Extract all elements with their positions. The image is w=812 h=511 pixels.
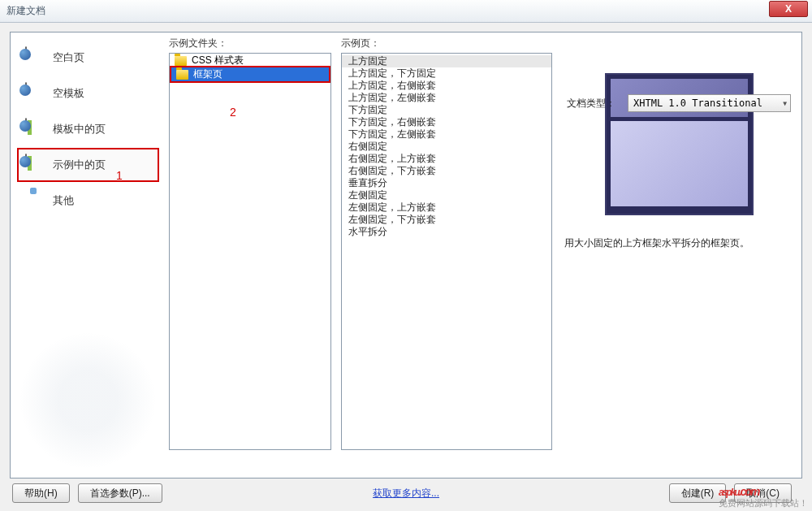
page-item[interactable]: 左侧固定，下方嵌套 — [342, 214, 551, 226]
category-label: 空模板 — [53, 86, 84, 101]
preview-panel: 用大小固定的上方框架水平拆分的框架页。 文档类型： XHTML 1.0 Tran… — [563, 37, 795, 254]
page-list: 上方固定 上方固定，下方固定 上方固定，右侧嵌套 上方固定，左侧嵌套 下方固定 … — [341, 53, 552, 450]
folder-column-label: 示例文件夹： — [169, 37, 331, 50]
folder-item-label: 框架页 — [193, 67, 222, 81]
title-bar: 新建文档 X — [0, 0, 812, 23]
page-item[interactable]: 右侧固定，下方嵌套 — [342, 165, 551, 177]
preview-description: 用大小固定的上方框架水平拆分的框架页。 — [563, 232, 795, 254]
annotation-2: 2 — [230, 106, 236, 119]
page-item[interactable]: 左侧固定 — [342, 189, 551, 201]
folder-list: CSS 样式表 框架页 — [169, 53, 331, 450]
page-item[interactable]: 下方固定，右侧嵌套 — [342, 116, 551, 128]
folder-item-label: CSS 样式表 — [192, 54, 244, 67]
category-other[interactable]: 其他 — [17, 184, 159, 218]
globe-watermark — [19, 331, 157, 470]
folder-icon — [176, 70, 188, 80]
page-item[interactable]: 上方固定，右侧嵌套 — [342, 80, 551, 92]
category-label: 模板中的页 — [53, 122, 106, 136]
category-panel: 空白页 空模板 模板中的页 示例中的页 其他 — [17, 41, 159, 219]
other-icon — [25, 190, 46, 211]
page-item[interactable]: 垂直拆分 — [342, 177, 551, 189]
help-button[interactable]: 帮助(H) — [12, 483, 70, 503]
page-item[interactable]: 上方固定，左侧嵌套 — [342, 92, 551, 104]
category-label: 其他 — [53, 193, 74, 208]
annotation-1: 1 — [116, 169, 123, 182]
page-item[interactable]: 下方固定 — [342, 104, 551, 116]
blank-page-icon — [25, 47, 46, 68]
page-item[interactable]: 左侧固定，上方嵌套 — [342, 201, 551, 214]
page-item[interactable]: 上方固定 — [342, 55, 551, 67]
page-item[interactable]: 右侧固定 — [342, 141, 551, 153]
page-item[interactable]: 上方固定，下方固定 — [342, 67, 551, 80]
sample-page-icon — [25, 154, 46, 175]
category-blank-template[interactable]: 空模板 — [17, 76, 159, 110]
page-item[interactable]: 右侧固定，上方嵌套 — [342, 153, 551, 165]
folder-item-frames[interactable]: 框架页 — [170, 66, 330, 83]
page-column-label: 示例页： — [341, 37, 552, 50]
category-label: 空白页 — [53, 50, 84, 65]
category-template-page[interactable]: 模板中的页 — [17, 112, 159, 146]
window-title: 新建文档 — [6, 4, 45, 18]
page-item[interactable]: 水平拆分 — [342, 226, 551, 238]
doctype-label: 文档类型： — [567, 97, 615, 110]
prefs-button[interactable]: 首选参数(P)... — [78, 483, 162, 503]
category-sample-page[interactable]: 示例中的页 — [17, 148, 159, 182]
dialog-content: 空白页 空模板 模板中的页 示例中的页 其他 1 示例文件夹： CSS 样式表 — [10, 32, 802, 479]
preview-frame-bottom — [610, 120, 749, 208]
cancel-button[interactable]: 取消(C) — [734, 483, 792, 503]
blank-template-icon — [25, 83, 46, 104]
page-section: 示例页： 上方固定 上方固定，下方固定 上方固定，右侧嵌套 上方固定，左侧嵌套 … — [341, 37, 552, 450]
category-blank-page[interactable]: 空白页 — [17, 41, 159, 75]
doctype-select[interactable]: XHTML 1.0 Transitional — [628, 94, 791, 112]
get-more-link[interactable]: 获取更多内容... — [373, 487, 439, 500]
create-button[interactable]: 创建(R) — [669, 483, 727, 503]
template-page-icon — [25, 119, 46, 140]
category-label: 示例中的页 — [53, 158, 106, 172]
button-bar: 帮助(H) 首选参数(P)... 获取更多内容... 创建(R) 取消(C) — [12, 482, 800, 505]
close-button[interactable]: X — [769, 1, 808, 17]
doctype-row: 文档类型： XHTML 1.0 Transitional — [567, 94, 791, 112]
page-item[interactable]: 下方固定，左侧嵌套 — [342, 128, 551, 141]
folder-icon — [175, 56, 187, 66]
folder-section: 示例文件夹： CSS 样式表 框架页 — [169, 37, 331, 450]
